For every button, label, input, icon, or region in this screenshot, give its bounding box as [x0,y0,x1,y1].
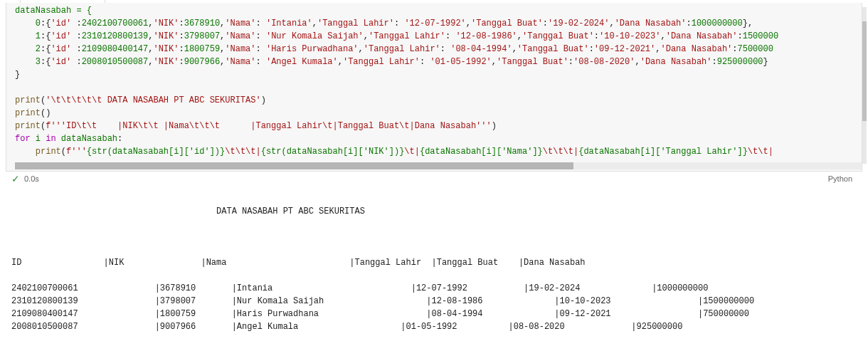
execution-time: 0.0s [24,173,39,185]
output-title: DATA NASABAH PT ABC SEKURITAS [11,205,859,218]
vertical-scrollbar-thumb[interactable] [862,21,867,121]
horizontal-scrollbar[interactable] [15,162,862,169]
cell-output: DATA NASABAH PT ABC SEKURITAS ID |NIK |N… [0,187,868,352]
code-line: 3:{'id' :2008010500087,'NIK':9007966,'Na… [15,56,862,68]
code-line: 0:{'id' :2402100700061,'NIK':3678910,'Na… [15,17,862,30]
kernel-language[interactable]: Python [828,173,852,185]
code-line: 2:{'id' :2109080400147,'NIK':1800759,'Na… [15,43,862,56]
code-line: dataNasabah = { [15,4,862,17]
code-line: 1:{'id' :2310120800139,'NIK':3798007,'Na… [15,30,862,43]
output-row: 2402100700061 |3678910 |Intania |12-07-1… [11,282,859,295]
code-line: } [15,68,862,81]
code-line: print() [15,107,862,120]
horizontal-scrollbar-thumb[interactable] [15,162,573,169]
cell-status-bar: ✓ 0.0s Python [6,172,862,187]
code-line [15,81,862,94]
output-row: 2109080400147 |1800759 |Haris Purwadhana… [11,308,859,320]
vertical-scrollbar[interactable] [862,7,867,164]
output-row: 2310120800139 |3798007 |Nur Komala Saija… [11,295,859,308]
output-blank [11,231,859,244]
code-cell[interactable]: dataNasabah = { 0:{'id' :2402100700061,'… [6,3,862,172]
code-line: print(f'''ID\t\t |NIK\t\t |Nama\t\t\t |T… [15,120,862,132]
check-icon: ✓ [11,174,20,184]
code-line: print(f'''{str(dataNasabah[i]['id'])}\t\… [15,145,862,158]
code-line: for i in dataNasabah: [15,132,862,145]
output-header: ID |NIK |Nama |Tanggal Lahir |Tanggal Bu… [11,256,859,269]
output-row: 2008010500087 |9007966 |Angel Kumala |01… [11,320,859,333]
code-line: print('\t\t\t\t\t DATA NASABAH PT ABC SE… [15,94,862,107]
